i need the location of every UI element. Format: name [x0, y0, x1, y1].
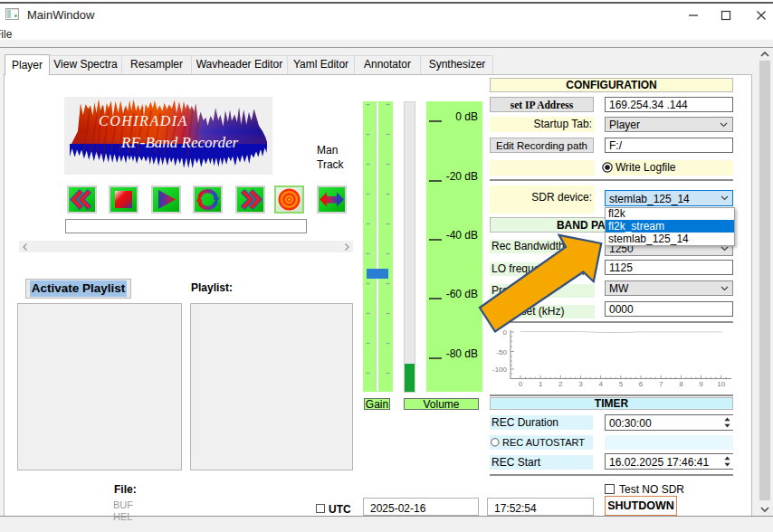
svg-text:-20 dB: -20 dB [446, 170, 478, 183]
svg-text:-50: -50 [496, 348, 507, 356]
svg-text:0 dB: 0 dB [455, 110, 478, 123]
svg-text:9: 9 [699, 380, 703, 388]
svg-text:10: 10 [717, 380, 725, 388]
svg-text:0: 0 [519, 380, 523, 388]
svg-text:RF-Band Recorder: RF-Band Recorder [120, 134, 239, 151]
svg-text:COHIRADIA: COHIRADIA [99, 113, 188, 128]
svg-text:2: 2 [558, 380, 563, 388]
svg-text:4: 4 [598, 380, 603, 388]
svg-text:3: 3 [578, 380, 583, 388]
svg-text:6: 6 [639, 380, 644, 388]
svg-text:-80 dB: -80 dB [446, 347, 478, 360]
svg-text:7: 7 [659, 380, 663, 388]
svg-text:-100: -100 [492, 366, 508, 374]
svg-text:1: 1 [539, 380, 543, 388]
svg-text:8: 8 [679, 380, 683, 388]
svg-text:5: 5 [619, 380, 624, 388]
